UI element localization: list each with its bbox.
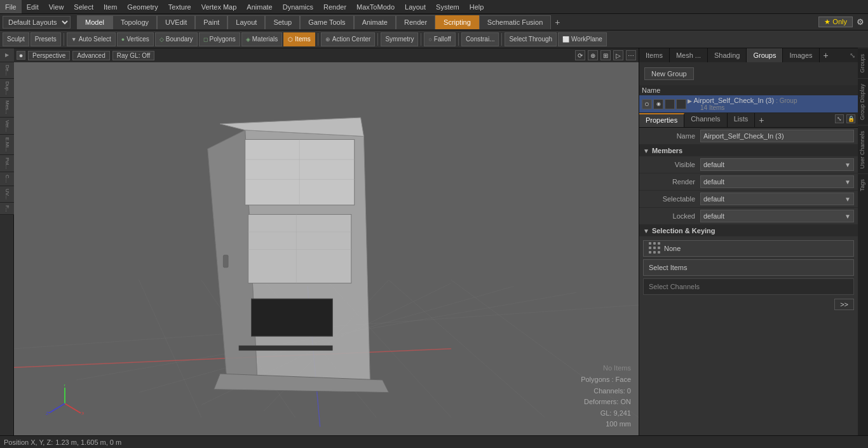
- panel-tab-shading[interactable]: Shading: [708, 48, 747, 62]
- layout-dropdown[interactable]: Default Layouts: [3, 16, 71, 29]
- panel-tab-add[interactable]: +: [820, 49, 832, 62]
- panel-tab-groups[interactable]: Groups: [747, 48, 783, 62]
- eye-icon[interactable]: [642, 99, 652, 109]
- vp-ctrl-cam[interactable]: ▷: [613, 50, 623, 60]
- menu-select[interactable]: Select: [69, 0, 98, 13]
- prop-tab-lists[interactable]: Lists: [728, 113, 756, 127]
- vp-ctrl-more[interactable]: ⋯: [626, 50, 636, 60]
- viewport-perspective[interactable]: Perspective: [28, 51, 70, 60]
- prop-tab-add[interactable]: +: [755, 113, 768, 127]
- menu-geometry[interactable]: Geometry: [122, 0, 163, 13]
- select-items-button[interactable]: Select Items: [643, 259, 854, 276]
- sidebar-item-dup[interactable]: Dup...: [0, 79, 14, 98]
- menu-edit[interactable]: Edit: [22, 0, 44, 13]
- tab-paint[interactable]: Paint: [195, 15, 227, 29]
- render-icon[interactable]: ◉: [653, 99, 663, 109]
- sidebar-item-c[interactable]: C...: [0, 172, 14, 186]
- vtab-tags[interactable]: Tags: [858, 173, 868, 196]
- tab-topology[interactable]: Topology: [112, 15, 157, 29]
- sculpt-btn[interactable]: Sculpt: [3, 32, 29, 46]
- select-through-btn[interactable]: Select Through: [505, 32, 557, 46]
- tab-setup[interactable]: Setup: [265, 15, 300, 29]
- prop-name-input[interactable]: [700, 130, 854, 142]
- selection-keying-section[interactable]: ▼ Selection & Keying: [639, 225, 858, 236]
- auto-select-btn[interactable]: ▼ Auto Select: [67, 32, 116, 46]
- prop-visible-select[interactable]: default ▼: [700, 158, 854, 171]
- vp-ctrl-zoom[interactable]: ⊕: [588, 50, 598, 60]
- viewport-toggle[interactable]: ●: [17, 51, 25, 60]
- tab-schematic-fusion[interactable]: Schematic Fusion: [479, 15, 551, 29]
- symmetry-btn[interactable]: Symmetry: [381, 32, 418, 46]
- tab-render[interactable]: Render: [396, 15, 435, 29]
- prop-lock-icon[interactable]: 🔒: [846, 114, 855, 123]
- new-group-button[interactable]: New Group: [644, 67, 694, 80]
- sidebar-item-de[interactable]: De...: [0, 62, 14, 79]
- viewport-advanced[interactable]: Advanced: [72, 51, 109, 60]
- sidebar-item-mes[interactable]: Mes...: [0, 98, 14, 118]
- sidebar-top-btn[interactable]: ▶: [0, 48, 14, 62]
- sidebar-item-pol[interactable]: Pol...: [0, 155, 14, 172]
- materials-btn[interactable]: ◈ Materials: [241, 32, 283, 46]
- panel-tab-items[interactable]: Items: [639, 48, 670, 62]
- constraints-btn[interactable]: Constrai...: [461, 32, 499, 46]
- menu-item[interactable]: Item: [98, 0, 122, 13]
- prop-locked-select[interactable]: default ▼: [700, 210, 854, 222]
- tab-model[interactable]: Model: [77, 15, 112, 29]
- vertices-btn[interactable]: ● Vertices: [117, 32, 154, 46]
- panel-expand-icon[interactable]: ⤡: [847, 51, 858, 60]
- viewport[interactable]: ● Perspective Advanced Ray GL: Off ⟳ ⊕ ⊞…: [14, 48, 639, 435]
- items-btn[interactable]: ⬡ Items: [283, 32, 315, 46]
- svg-line-4: [264, 280, 389, 411]
- settings-icon[interactable]: ⚙: [857, 17, 864, 27]
- prop-tab-channels[interactable]: Channels: [684, 113, 727, 127]
- dot2: [653, 242, 656, 245]
- menu-layout[interactable]: Layout: [400, 0, 431, 13]
- icon-btn1[interactable]: [665, 99, 675, 109]
- sidebar-item-ver[interactable]: Ver...: [0, 118, 14, 135]
- sidebar-item-emi[interactable]: E.Mi...: [0, 135, 14, 155]
- menu-help[interactable]: Help: [465, 0, 489, 13]
- prop-render-select[interactable]: default ▼: [700, 175, 854, 188]
- tab-uvedit[interactable]: UVEdit: [157, 15, 195, 29]
- tab-animate[interactable]: Animate: [354, 15, 396, 29]
- vtab-groups[interactable]: Groups: [858, 48, 868, 78]
- tab-scripting[interactable]: Scripting: [435, 15, 479, 29]
- prop-selectable-select[interactable]: default ▼: [700, 193, 854, 205]
- menu-view[interactable]: View: [44, 0, 69, 13]
- viewport-canvas[interactable]: X Y Z No Items Polygons : Face Channels:…: [14, 62, 639, 435]
- menu-render[interactable]: Render: [318, 0, 351, 13]
- sidebar-item-uv[interactable]: UV...: [0, 186, 14, 203]
- falloff-btn[interactable]: ○ Falloff: [424, 32, 456, 46]
- svg-line-3: [201, 283, 451, 405]
- vp-ctrl-fit[interactable]: ⊞: [600, 50, 611, 60]
- prop-tab-properties[interactable]: Properties: [639, 113, 684, 127]
- workplane-btn[interactable]: ⬜ WorkPlane: [558, 32, 607, 46]
- menu-dynamics[interactable]: Dynamics: [278, 0, 318, 13]
- group-item-row[interactable]: ◉ ▶ Airport_Self_Check_In (3) : Group 14…: [639, 95, 858, 113]
- menu-system[interactable]: System: [431, 0, 465, 13]
- vp-ctrl-orbit[interactable]: ⟳: [575, 50, 585, 60]
- boundary-btn[interactable]: ◇ Boundary: [155, 32, 198, 46]
- none-button[interactable]: None: [643, 240, 854, 257]
- tab-layout[interactable]: Layout: [227, 15, 265, 29]
- more-button[interactable]: >>: [834, 299, 854, 310]
- menu-file[interactable]: File: [0, 0, 22, 13]
- prop-expand-icon[interactable]: ⤡: [835, 114, 844, 123]
- menu-texture[interactable]: Texture: [163, 0, 196, 13]
- menu-animate[interactable]: Animate: [241, 0, 277, 13]
- panel-tab-mesh[interactable]: Mesh ...: [670, 48, 708, 62]
- members-section[interactable]: ▼ Members: [639, 145, 858, 156]
- icon-btn2[interactable]: [676, 99, 686, 109]
- layout-tab-add[interactable]: +: [551, 15, 564, 29]
- menu-vertex-map[interactable]: Vertex Map: [196, 0, 242, 13]
- presets-btn[interactable]: Presets: [31, 32, 61, 46]
- vtab-group-display[interactable]: Group Display: [858, 78, 868, 125]
- panel-tab-images[interactable]: Images: [783, 48, 819, 62]
- action-center-btn[interactable]: ⊕ Action Center: [321, 32, 376, 46]
- vtab-user-channels[interactable]: User Channels: [858, 125, 868, 174]
- tab-game-tools[interactable]: Game Tools: [300, 15, 354, 29]
- menu-maxtomodo[interactable]: MaxToModo: [351, 0, 400, 13]
- polygons-btn[interactable]: ◻ Polygons: [199, 32, 240, 46]
- sidebar-item-f[interactable]: F...: [0, 203, 14, 215]
- viewport-raygl[interactable]: Ray GL: Off: [112, 51, 155, 60]
